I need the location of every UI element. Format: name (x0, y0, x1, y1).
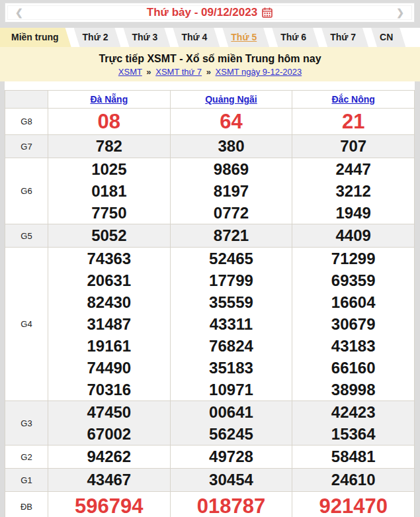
tab-thứ-7[interactable]: Thứ 7 (321, 28, 368, 47)
tab-label: Thứ 3 (132, 32, 157, 42)
result-number: 5052 (48, 224, 170, 247)
result-cell: 707 (292, 135, 415, 158)
tab-thứ-2[interactable]: Thứ 2 (74, 28, 121, 47)
table-row-g5: G5505287214409 (5, 224, 415, 248)
result-number: 380 (171, 135, 292, 158)
breadcrumb: XSMT » XSMT thứ 7 » XSMT ngày 9-12-2023 (0, 66, 420, 78)
result-cell: 986981970772 (170, 158, 292, 224)
result-number: 1949 (292, 202, 414, 224)
result-number: 9869 (171, 158, 292, 180)
result-number: 2447 (292, 158, 414, 180)
table-row-g8: G8086421 (5, 109, 415, 135)
result-cell: 58481 (292, 446, 415, 469)
result-number: 66160 (292, 357, 414, 379)
breadcrumb-link-xsmt-thu7[interactable]: XSMT thứ 7 (155, 67, 202, 77)
result-cell: 4242315364 (292, 401, 415, 446)
current-date: Thứ bảy - 09/12/2023 (33, 6, 387, 19)
result-number: 64 (171, 109, 292, 134)
province-column-header: Đắc Nông (292, 91, 415, 109)
results-table-body: G8086421G7782380707G61025018177509869819… (5, 109, 415, 517)
result-number: 3212 (292, 180, 414, 202)
province-link[interactable]: Quảng Ngãi (205, 94, 257, 105)
date-nav-wrap: ❮ Thứ bảy - 09/12/2023 ❯ (0, 0, 420, 23)
result-number: 10971 (171, 379, 292, 400)
result-number: 38998 (292, 379, 414, 400)
results-container: Đà NẵngQuảng NgãiĐắc Nông G8086421G77823… (5, 81, 415, 517)
result-number: 24610 (292, 469, 414, 491)
table-row-g4: G474363206318243031487191617449070316524… (5, 248, 415, 401)
result-number: 19161 (48, 335, 170, 357)
table-row-g7: G7782380707 (5, 135, 415, 158)
breadcrumb-separator: » (204, 67, 213, 77)
next-day-button[interactable]: ❯ (386, 4, 414, 21)
result-number: 20631 (48, 269, 170, 291)
tab-thứ-3[interactable]: Thứ 3 (123, 28, 170, 47)
breadcrumb-link-xsmt-ngay[interactable]: XSMT ngày 9-12-2023 (216, 67, 302, 77)
result-number: 921470 (292, 492, 414, 517)
table-row-g2: G2942624972858481 (5, 446, 415, 469)
breadcrumb-link-xsmt[interactable]: XSMT (118, 67, 142, 77)
result-number: 0772 (171, 202, 292, 224)
result-number: 596794 (48, 492, 170, 517)
result-cell: 52465177993555943311768243518310971 (170, 248, 292, 401)
prize-label: G1 (5, 469, 48, 492)
result-number: 707 (292, 135, 414, 158)
result-cell: 94262 (48, 446, 171, 469)
tab-thứ-4[interactable]: Thứ 4 (173, 28, 220, 47)
prize-label: G8 (5, 109, 48, 135)
table-row-g1: G1434673045424610 (5, 469, 415, 492)
result-number: 15364 (292, 423, 414, 445)
result-number: 16604 (292, 291, 414, 313)
province-link[interactable]: Đắc Nông (331, 94, 374, 105)
table-row-đb: ĐB596794018787921470 (5, 492, 415, 517)
results-table-head: Đà NẵngQuảng NgãiĐắc Nông (5, 91, 415, 109)
tab-label: Thứ 6 (280, 32, 306, 42)
prize-label: G3 (5, 401, 48, 446)
tab-label: CN (380, 32, 393, 42)
result-number: 21 (292, 109, 414, 134)
date-nav-bar: ❮ Thứ bảy - 09/12/2023 ❯ (5, 3, 415, 23)
tab-thứ-6[interactable]: Thứ 6 (272, 28, 319, 47)
result-number: 43183 (292, 335, 414, 357)
result-number: 08 (48, 109, 170, 134)
result-number: 70316 (48, 379, 170, 400)
result-cell: 71299693591660430679431836616038998 (292, 248, 415, 401)
tab-label: Miền trung (11, 32, 59, 42)
result-cell: 4745067002 (48, 401, 171, 446)
tab-label: Thứ 5 (231, 32, 257, 42)
result-cell: 921470 (292, 492, 415, 517)
tab-cn[interactable]: CN (371, 28, 405, 47)
result-cell: 0064156245 (170, 401, 292, 446)
result-number: 94262 (48, 446, 170, 468)
tab-bar: Miền trungThứ 2Thứ 3Thứ 4Thứ 5Thứ 6Thứ 7… (0, 28, 420, 47)
calendar-icon[interactable] (262, 7, 273, 18)
result-cell: 782 (48, 135, 171, 158)
prev-day-button[interactable]: ❮ (5, 4, 33, 21)
result-number: 7750 (48, 202, 170, 224)
result-number: 8721 (171, 224, 292, 247)
result-cell: 8721 (170, 224, 292, 248)
result-number: 782 (48, 135, 170, 158)
tab-label: Thứ 4 (181, 32, 207, 42)
province-link[interactable]: Đà Nẵng (90, 94, 128, 105)
breadcrumb-separator: » (144, 67, 153, 77)
result-number: 4409 (292, 224, 414, 247)
tab-label: Thứ 2 (83, 32, 108, 42)
result-number: 42423 (292, 401, 414, 423)
province-column-header: Quảng Ngãi (170, 91, 292, 109)
result-cell: 380 (170, 135, 292, 158)
date-label: Thứ bảy - 09/12/2023 (147, 6, 257, 19)
result-cell: 74363206318243031487191617449070316 (48, 248, 171, 401)
result-cell: 018787 (170, 492, 292, 517)
prize-column-header (5, 91, 48, 109)
result-number: 76824 (171, 335, 292, 357)
province-column-header: Đà Nẵng (48, 91, 171, 109)
result-cell: 5052 (48, 224, 171, 248)
result-cell: 244732121949 (292, 158, 415, 224)
tab-thứ-5[interactable]: Thứ 5 (222, 28, 269, 47)
prize-label: G2 (5, 446, 48, 469)
result-cell: 43467 (48, 469, 171, 492)
result-number: 82430 (48, 291, 170, 313)
result-number: 71299 (292, 248, 414, 269)
tab-miền-trung[interactable]: Miền trung (0, 28, 71, 47)
